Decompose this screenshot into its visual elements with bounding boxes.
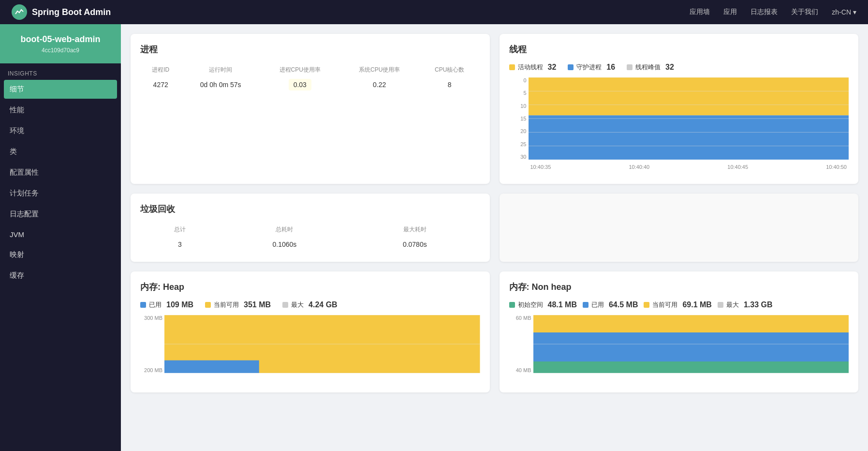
process-val-id: 4272: [140, 77, 181, 92]
sidebar-item-映射[interactable]: 映射: [0, 244, 121, 265]
legend-nonheap-init: 初始空间 48.1 MB: [509, 301, 577, 309]
sidebar-item-日志配置[interactable]: 日志配置: [0, 204, 121, 225]
top-nav: Spring Boot Admin 应用墙 应用 日志报表 关于我们 zh-CN…: [0, 0, 868, 24]
nonheap-init-value: 48.1 MB: [548, 301, 577, 309]
process-col-id: 进程ID: [140, 63, 181, 77]
main-layout: boot-05-web-admin 4cc109d70ac9 Insights …: [0, 24, 868, 451]
thread-chart-svg: [529, 77, 849, 160]
sidebar-item-环境[interactable]: 环境: [0, 120, 121, 141]
language-selector[interactable]: zh-CN ▾: [832, 8, 856, 16]
nav-about[interactable]: 关于我们: [791, 8, 818, 16]
process-val-cpu: 0.03: [260, 77, 339, 92]
nav-app[interactable]: 应用: [723, 8, 737, 16]
process-val-uptime: 0d 0h 0m 57s: [181, 77, 260, 92]
heap-used-label: 已用: [149, 301, 162, 309]
heap-legend: 已用 109 MB 当前可用 351 MB 最大 4.24 GB: [140, 301, 480, 309]
heap-avail-dot: [205, 302, 211, 308]
sidebar-app-id: 4cc109d70ac9: [8, 47, 113, 54]
heap-chart: 200 MB 300 MB: [140, 315, 480, 383]
nonheap-init-label: 初始空间: [518, 301, 543, 309]
sidebar-label-细节: 细节: [10, 85, 24, 94]
thread-chart: 30 25 20 15 10 5 0: [509, 77, 849, 174]
app-title: Spring Boot Admin: [32, 7, 111, 17]
heap-used-bar: [164, 361, 259, 373]
memory-heap-card: 内存: Heap 已用 109 MB 当前可用 351 MB 最大: [131, 271, 490, 392]
legend-heap-avail: 当前可用 351 MB: [205, 301, 271, 309]
sidebar-item-jvm[interactable]: JVM: [0, 225, 121, 244]
thread-x-axis: 10:40:35 10:40:40 10:40:45 10:40:50: [529, 160, 849, 174]
nonheap-used-value: 64.5 MB: [609, 301, 638, 309]
sidebar-label-性能: 性能: [10, 105, 24, 115]
heap-chart-area: [164, 315, 480, 373]
gc-table: 总计 总耗时 最大耗时 3 0.1060s 0.0780s: [140, 223, 480, 252]
legend-heap-max: 最大 4.24 GB: [282, 301, 338, 309]
legend-daemon-threads: 守护进程 16: [568, 63, 615, 72]
nav-logreport[interactable]: 日志报表: [750, 8, 778, 16]
sidebar-item-细节[interactable]: 细节: [4, 80, 117, 99]
heap-max-label: 最大: [291, 301, 304, 309]
thread-card: 线程 活动线程 32 守护进程 16 线程峰值 3: [500, 34, 859, 184]
nonheap-legend: 初始空间 48.1 MB 已用 64.5 MB 当前可用 69.1 MB: [509, 301, 849, 309]
content-area: 进程 进程ID 运行时间 进程CPU使用率 系统CPU使用率 CPU核心数: [121, 24, 868, 451]
nonheap-title: 内存: Non heap: [509, 281, 849, 293]
heap-y-axis: 200 MB 300 MB: [140, 315, 164, 373]
logo-icon: [12, 4, 27, 20]
heap-chart-svg: [164, 315, 480, 373]
sidebar-item-性能[interactable]: 性能: [0, 100, 121, 120]
x-tick-3: 10:40:45: [727, 164, 748, 170]
sidebar-item-类[interactable]: 类: [0, 141, 121, 162]
daemon-area: [529, 115, 849, 160]
sidebar-label-类: 类: [10, 147, 17, 156]
chevron-down-icon: ▾: [853, 8, 856, 16]
x-tick-2: 10:40:40: [629, 164, 649, 170]
sidebar-label-配置属性: 配置属性: [10, 168, 39, 177]
nonheap-chart-area: [533, 315, 849, 373]
nonheap-used-dot: [583, 302, 588, 308]
active-threads-dot: [509, 64, 515, 70]
sidebar-item-缓存[interactable]: 缓存: [0, 265, 121, 286]
legend-heap-used: 已用 109 MB: [140, 301, 193, 309]
app-info: boot-05-web-admin 4cc109d70ac9: [0, 24, 121, 63]
daemon-threads-label: 守护进程: [576, 63, 602, 72]
legend-nonheap-used: 已用 64.5 MB: [583, 301, 638, 309]
nonheap-avail-label: 当前可用: [652, 301, 677, 309]
heap-avail-value: 351 MB: [244, 301, 271, 309]
gc-title: 垃圾回收: [140, 203, 480, 215]
process-table: 进程ID 运行时间 进程CPU使用率 系统CPU使用率 CPU核心数 4272 …: [140, 63, 480, 92]
sidebar-label-jvm: JVM: [10, 230, 24, 239]
nav-appwall[interactable]: 应用墙: [690, 8, 710, 16]
sidebar-item-计划任务[interactable]: 计划任务: [0, 183, 121, 204]
thread-title: 线程: [509, 44, 849, 55]
nonheap-init-dot: [509, 302, 515, 308]
sidebar-section-insights: Insights: [0, 63, 121, 79]
sidebar-label-日志配置: 日志配置: [10, 210, 39, 219]
sidebar-item-配置属性[interactable]: 配置属性: [0, 162, 121, 183]
peak-threads-value: 32: [665, 63, 674, 72]
nonheap-avail-value: 69.1 MB: [682, 301, 711, 309]
process-card: 进程 进程ID 运行时间 进程CPU使用率 系统CPU使用率 CPU核心数: [131, 34, 490, 184]
peak-threads-dot: [627, 64, 633, 70]
heap-max-value: 4.24 GB: [309, 301, 338, 309]
content-grid: 进程 进程ID 运行时间 进程CPU使用率 系统CPU使用率 CPU核心数: [131, 34, 858, 392]
nonheap-chart: 40 MB 60 MB: [509, 315, 849, 383]
gc-col-total: 总计: [140, 223, 220, 237]
sidebar-app-name: boot-05-web-admin: [8, 34, 113, 45]
heap-title: 内存: Heap: [140, 281, 480, 293]
legend-active-threads: 活动线程 32: [509, 63, 557, 72]
sidebar-label-映射: 映射: [10, 250, 24, 259]
nonheap-y-axis: 40 MB 60 MB: [509, 315, 533, 373]
gc-val-totaltime: 0.1060s: [220, 237, 350, 252]
heap-max-dot: [282, 302, 288, 308]
daemon-threads-value: 16: [606, 63, 615, 72]
gc-col-maxtime: 最大耗时: [350, 223, 480, 237]
nonheap-max-label: 最大: [726, 301, 739, 309]
app-logo: Spring Boot Admin: [12, 4, 111, 20]
heap-used-value: 109 MB: [166, 301, 193, 309]
gc-val-total: 3: [140, 237, 220, 252]
nonheap-chart-svg: [533, 315, 849, 373]
lang-label: zh-CN: [832, 8, 851, 16]
x-tick-1: 10:40:35: [530, 164, 551, 170]
legend-nonheap-max: 最大 1.33 GB: [718, 301, 773, 309]
heap-used-dot: [140, 302, 146, 308]
active-area: [529, 77, 849, 115]
